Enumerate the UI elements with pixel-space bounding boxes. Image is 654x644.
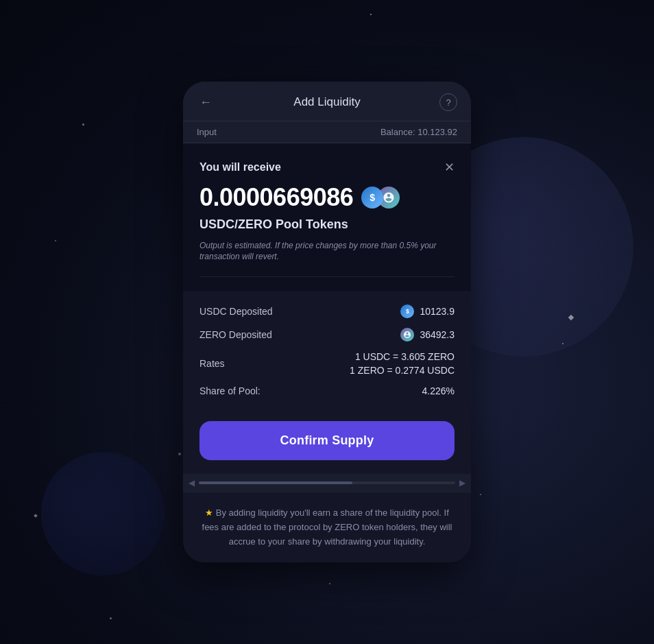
zero-deposited-row: ZERO Deposited 36492.3: [199, 328, 455, 342]
top-bar: ← Add Liquidity ?: [183, 82, 471, 121]
pool-token-label: USDC/ZERO Pool Tokens: [199, 217, 455, 232]
zero-deposited-label: ZERO Deposited: [199, 329, 272, 340]
scrollbar-container: ◀ ▶: [183, 474, 471, 492]
page-title: Add Liquidity: [293, 95, 360, 109]
scroll-left-button[interactable]: ◀: [189, 478, 195, 488]
input-label: Input: [197, 127, 217, 137]
rate-1: 1 USDC = 3.605 ZERO: [350, 351, 455, 362]
rates-label: Rates: [199, 358, 225, 369]
usdc-deposited-row: USDC Deposited $ 10123.9: [199, 305, 455, 318]
details-section: USDC Deposited $ 10123.9 ZERO Deposited …: [183, 291, 471, 410]
usdc-deposited-label: USDC Deposited: [199, 306, 273, 317]
rates-row: Rates 1 USDC = 3.605 ZERO 1 ZERO = 0.277…: [199, 351, 455, 376]
share-of-pool-row: Share of Pool: 4.226%: [199, 385, 455, 396]
star-icon: ★: [205, 508, 213, 518]
confirm-supply-button[interactable]: Confirm Supply: [199, 421, 455, 460]
main-content: You will receive ✕ 0.0000669086 $ USDC/Z…: [183, 143, 471, 291]
footer-text: By adding liquidity you'll earn a share …: [202, 508, 452, 547]
token-amount-row: 0.0000669086 $: [199, 183, 455, 212]
rates-values: 1 USDC = 3.605 ZERO 1 ZERO = 0.2774 USDC: [350, 351, 455, 376]
phone-container: ← Add Liquidity ? Input Balance: 10.123.…: [183, 82, 471, 563]
share-of-pool-label: Share of Pool:: [199, 385, 261, 396]
usdc-deposited-value-container: $ 10123.9: [400, 305, 455, 318]
receive-section: You will receive ✕ 0.0000669086 $ USDC/Z…: [199, 160, 455, 278]
zero-deposited-value-container: 36492.3: [400, 328, 455, 342]
usdc-deposited-value: 10123.9: [420, 306, 455, 317]
back-button[interactable]: ←: [197, 93, 215, 112]
info-footer-text: ★ By adding liquidity you'll earn a shar…: [199, 506, 455, 549]
input-row: Input Balance: 10.123.92: [183, 121, 471, 143]
scrollbar-thumb: [199, 481, 352, 484]
usdc-icon: $: [361, 187, 383, 208]
help-button[interactable]: ?: [439, 93, 457, 111]
info-footer: ★ By adding liquidity you'll earn a shar…: [183, 492, 471, 562]
share-of-pool-value: 4.226%: [422, 385, 455, 396]
zero-deposited-value: 36492.3: [420, 329, 455, 340]
confirm-btn-container: Confirm Supply: [183, 410, 471, 474]
receive-amount: 0.0000669086: [199, 183, 353, 212]
token-icons-pair: $: [361, 187, 400, 208]
receive-label-row: You will receive ✕: [199, 160, 455, 175]
balance-text: Balance: 10.123.92: [380, 127, 457, 137]
zero-detail-icon: [400, 328, 414, 342]
estimated-note: Output is estimated. If the price change…: [199, 240, 455, 263]
rate-2: 1 ZERO = 0.2774 USDC: [350, 365, 455, 376]
close-button[interactable]: ✕: [444, 160, 455, 175]
scrollbar-track[interactable]: [199, 481, 455, 484]
usdc-detail-icon: $: [400, 305, 414, 318]
receive-label-text: You will receive: [199, 161, 281, 174]
scroll-right-button[interactable]: ▶: [459, 478, 465, 488]
